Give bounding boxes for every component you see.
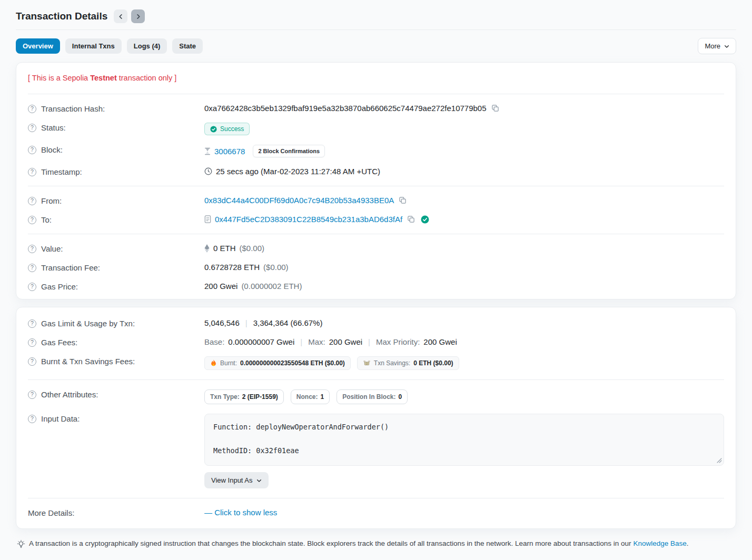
question-icon[interactable]: ? xyxy=(28,391,36,399)
from-address-link[interactable]: 0x83dC44a4C00DFf69d0A0c7c94B20b53a4933BE… xyxy=(204,196,394,205)
burnt-badge: Burnt: 0.000000000023550548 ETH ($0.00) xyxy=(204,356,351,370)
question-icon[interactable]: ? xyxy=(28,168,36,176)
input-data-label: Input Data: xyxy=(41,414,80,423)
knowledge-base-link[interactable]: Knowledge Base xyxy=(633,539,686,547)
txn-savings-label: Txn Savings: xyxy=(374,359,410,367)
burnt-label: Burnt: xyxy=(220,359,237,367)
question-icon[interactable]: ? xyxy=(28,146,36,154)
transaction-hash-label: Transaction Hash: xyxy=(41,104,105,113)
max-fee-label: Max: xyxy=(308,337,325,346)
verified-check-icon xyxy=(421,215,429,224)
details-card: ? Gas Limit & Usage by Txn: 5,046,546 | … xyxy=(16,307,736,529)
txn-type-badge: Txn Type: 2 (EIP-1559) xyxy=(204,389,284,404)
separator: | xyxy=(243,318,250,327)
row-transaction-fee: ? Transaction Fee: 0.6728728 ETH ($0.00) xyxy=(28,258,724,277)
chevron-left-icon xyxy=(118,14,124,19)
more-label: More xyxy=(705,42,720,50)
flame-icon xyxy=(210,359,217,367)
question-icon[interactable]: ? xyxy=(28,216,36,224)
question-icon[interactable]: ? xyxy=(28,124,36,132)
position-in-block-value: 0 xyxy=(399,393,402,401)
transaction-hash-value: 0xa7662428c3b5eb1329fbaf919e5a32b3870ab6… xyxy=(204,104,487,113)
block-confirmations-badge: 2 Block Confirmations xyxy=(253,145,325,157)
hourglass-icon xyxy=(204,147,211,155)
row-from: ? From: 0x83dC44a4C00DFf69d0A0c7c94B20b5… xyxy=(28,191,724,210)
tab-state[interactable]: State xyxy=(172,38,203,54)
footer-note: A transaction is a cryptographically sig… xyxy=(16,536,736,548)
status-badge: Success xyxy=(204,123,250,135)
timestamp-value: 25 secs ago (Mar-02-2023 11:27:48 AM +UT… xyxy=(216,167,380,176)
row-value: ? Value: 0 ETH ($0.00) xyxy=(28,239,724,258)
divider xyxy=(28,498,724,498)
check-circle-icon xyxy=(210,126,217,133)
position-in-block-label: Position In Block: xyxy=(342,393,395,401)
gas-limit-value: 5,046,546 xyxy=(204,318,240,327)
contract-document-icon xyxy=(204,215,211,223)
money-wings-icon xyxy=(363,360,371,367)
lightbulb-icon xyxy=(17,539,25,548)
question-icon[interactable]: ? xyxy=(28,264,36,272)
view-input-as-button[interactable]: View Input As xyxy=(204,472,269,488)
divider xyxy=(28,94,724,94)
nonce-label: Nonce: xyxy=(296,393,318,401)
max-priority-fee-value: 200 Gwei xyxy=(423,337,457,346)
copy-from-address-button[interactable] xyxy=(398,196,408,204)
separator: | xyxy=(366,337,372,346)
more-dropdown-button[interactable]: More xyxy=(698,38,736,54)
question-icon[interactable]: ? xyxy=(28,197,36,205)
base-fee-label: Base: xyxy=(204,337,224,346)
question-icon[interactable]: ? xyxy=(28,283,36,291)
row-burnt-savings: ? Burnt & Txn Savings Fees: Burnt: 0.000… xyxy=(28,352,724,375)
copy-icon xyxy=(407,215,415,223)
transaction-fee-label: Transaction Fee: xyxy=(41,263,100,272)
show-less-link[interactable]: — Click to show less xyxy=(204,508,277,517)
tab-internal-txns[interactable]: Internal Txns xyxy=(65,38,122,54)
question-icon[interactable]: ? xyxy=(28,415,36,423)
divider xyxy=(28,186,724,186)
question-icon[interactable]: ? xyxy=(28,319,36,328)
divider xyxy=(28,234,724,234)
question-icon[interactable]: ? xyxy=(28,105,36,113)
chevron-down-icon xyxy=(724,44,729,49)
tab-logs[interactable]: Logs (4) xyxy=(127,38,167,54)
row-more-details: More Details: — Click to show less xyxy=(28,503,724,525)
txn-type-label: Txn Type: xyxy=(210,393,240,401)
txn-nav-buttons xyxy=(114,9,145,23)
burnt-savings-label: Burnt & Txn Savings Fees: xyxy=(41,357,135,366)
tab-overview[interactable]: Overview xyxy=(16,38,60,54)
question-icon[interactable]: ? xyxy=(28,357,36,366)
copy-txn-hash-button[interactable] xyxy=(490,104,500,112)
overview-card: [ This is a Sepolia Testnet transaction … xyxy=(16,62,736,299)
burnt-value: 0.000000000023550548 ETH ($0.00) xyxy=(240,359,345,367)
chevron-right-icon xyxy=(135,14,141,19)
gas-price-eth: (0.0000002 ETH) xyxy=(241,282,302,291)
value-amount: 0 ETH xyxy=(213,244,236,253)
eth-icon xyxy=(204,244,210,253)
row-input-data: ? Input Data: Function: deployNewOperato… xyxy=(28,409,724,493)
question-icon[interactable]: ? xyxy=(28,245,36,253)
gas-price-amount: 200 Gwei xyxy=(204,282,238,291)
copy-icon xyxy=(491,104,499,112)
gas-price-label: Gas Price: xyxy=(41,282,78,291)
separator: | xyxy=(298,337,304,346)
value-usd: ($0.00) xyxy=(240,244,265,253)
input-data-box[interactable]: Function: deployNewOperatorAndForwarder(… xyxy=(204,414,724,466)
view-input-as-label: View Input As xyxy=(211,476,253,484)
row-status: ? Status: Success xyxy=(28,118,724,140)
to-address-link[interactable]: 0x447Fd5eC2D383091C22B8549cb231a3bAD6d3f… xyxy=(215,215,402,224)
footer-text: A transaction is a cryptographically sig… xyxy=(29,539,688,547)
nonce-value: 1 xyxy=(321,393,324,401)
transaction-details-page: Transaction Details Overview Internal Tx… xyxy=(0,0,752,559)
row-to: ? To: 0x447Fd5eC2D383091C22B8549cb231a3b… xyxy=(28,210,724,229)
block-number-link[interactable]: 3006678 xyxy=(214,147,245,156)
timestamp-label: Timestamp: xyxy=(41,167,82,176)
other-attributes-label: Other Attributes: xyxy=(41,390,98,399)
resize-grip-icon[interactable] xyxy=(717,458,722,463)
txn-savings-badge: Txn Savings: 0 ETH ($0.00) xyxy=(357,356,459,370)
previous-txn-button[interactable] xyxy=(114,9,127,23)
question-icon[interactable]: ? xyxy=(28,338,36,347)
max-fee-value: 200 Gwei xyxy=(329,337,362,346)
row-other-attributes: ? Other Attributes: Txn Type: 2 (EIP-155… xyxy=(28,385,724,409)
next-txn-button[interactable] xyxy=(131,9,145,23)
copy-to-address-button[interactable] xyxy=(406,215,416,223)
